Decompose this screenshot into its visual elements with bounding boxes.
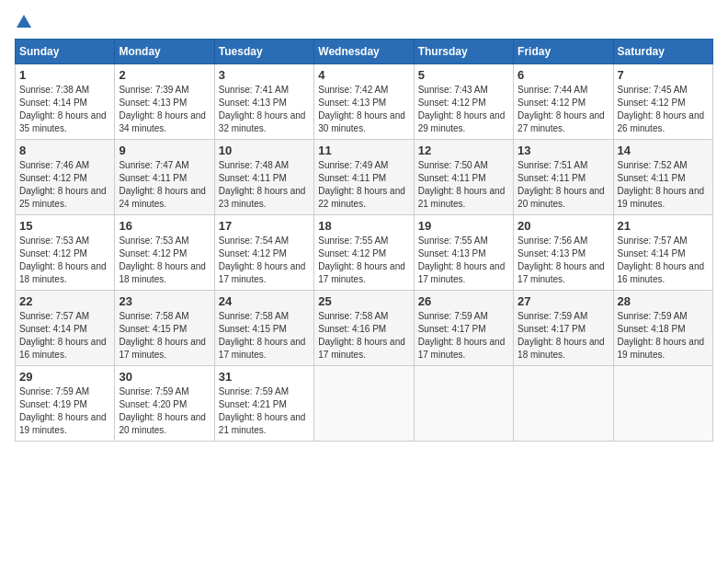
- calendar-cell: 2Sunrise: 7:39 AMSunset: 4:13 PMDaylight…: [115, 64, 214, 140]
- calendar-cell: 8Sunrise: 7:46 AMSunset: 4:12 PMDaylight…: [16, 140, 115, 215]
- calendar-cell: 18Sunrise: 7:55 AMSunset: 4:12 PMDayligh…: [314, 215, 414, 291]
- day-number: 8: [19, 144, 110, 157]
- day-number: 10: [219, 144, 310, 157]
- day-info: Sunrise: 7:42 AMSunset: 4:13 PMDaylight:…: [318, 84, 409, 135]
- day-info: Sunrise: 7:56 AMSunset: 4:13 PMDaylight:…: [518, 235, 609, 286]
- weekday-header-thursday: Thursday: [414, 40, 513, 64]
- day-info: Sunrise: 7:38 AMSunset: 4:14 PMDaylight:…: [19, 84, 110, 135]
- calendar-cell: 16Sunrise: 7:53 AMSunset: 4:12 PMDayligh…: [115, 215, 214, 291]
- logo: [15, 15, 31, 29]
- day-info: Sunrise: 7:47 AMSunset: 4:11 PMDaylight:…: [119, 159, 210, 211]
- calendar-cell: 17Sunrise: 7:54 AMSunset: 4:12 PMDayligh…: [214, 215, 313, 291]
- calendar-cell: 22Sunrise: 7:57 AMSunset: 4:14 PMDayligh…: [16, 291, 115, 366]
- day-info: Sunrise: 7:57 AMSunset: 4:14 PMDaylight:…: [618, 235, 709, 286]
- day-info: Sunrise: 7:59 AMSunset: 4:18 PMDaylight:…: [618, 310, 709, 362]
- day-info: Sunrise: 7:45 AMSunset: 4:12 PMDaylight:…: [618, 84, 709, 135]
- logo-triangle-icon: [17, 15, 31, 28]
- day-info: Sunrise: 7:41 AMSunset: 4:13 PMDaylight:…: [219, 84, 310, 135]
- day-info: Sunrise: 7:50 AMSunset: 4:11 PMDaylight:…: [418, 159, 509, 211]
- day-number: 3: [219, 68, 310, 82]
- calendar-cell: 26Sunrise: 7:59 AMSunset: 4:17 PMDayligh…: [414, 291, 513, 366]
- weekday-header-monday: Monday: [115, 40, 214, 64]
- day-info: Sunrise: 7:54 AMSunset: 4:12 PMDaylight:…: [219, 235, 310, 286]
- calendar-cell: 6Sunrise: 7:44 AMSunset: 4:12 PMDaylight…: [514, 64, 613, 140]
- day-number: 19: [418, 219, 509, 233]
- day-number: 11: [318, 144, 409, 157]
- weekday-header-saturday: Saturday: [613, 40, 712, 64]
- calendar-cell: [414, 366, 513, 442]
- calendar-cell: 30Sunrise: 7:59 AMSunset: 4:20 PMDayligh…: [115, 366, 214, 442]
- calendar-cell: 24Sunrise: 7:58 AMSunset: 4:15 PMDayligh…: [214, 291, 313, 366]
- day-info: Sunrise: 7:46 AMSunset: 4:12 PMDaylight:…: [19, 159, 110, 211]
- day-info: Sunrise: 7:51 AMSunset: 4:11 PMDaylight:…: [518, 159, 609, 211]
- day-number: 14: [618, 144, 709, 157]
- calendar-cell: [613, 366, 712, 442]
- day-number: 5: [418, 68, 509, 82]
- day-info: Sunrise: 7:55 AMSunset: 4:12 PMDaylight:…: [318, 235, 409, 286]
- day-number: 22: [19, 294, 110, 308]
- day-info: Sunrise: 7:59 AMSunset: 4:17 PMDaylight:…: [418, 310, 509, 362]
- day-info: Sunrise: 7:53 AMSunset: 4:12 PMDaylight:…: [19, 235, 110, 286]
- weekday-header-friday: Friday: [514, 40, 613, 64]
- calendar-cell: 19Sunrise: 7:55 AMSunset: 4:13 PMDayligh…: [414, 215, 513, 291]
- calendar-cell: 9Sunrise: 7:47 AMSunset: 4:11 PMDaylight…: [115, 140, 214, 215]
- calendar-cell: 15Sunrise: 7:53 AMSunset: 4:12 PMDayligh…: [16, 215, 115, 291]
- day-number: 4: [318, 68, 409, 82]
- day-info: Sunrise: 7:52 AMSunset: 4:11 PMDaylight:…: [618, 159, 709, 211]
- calendar-cell: 28Sunrise: 7:59 AMSunset: 4:18 PMDayligh…: [613, 291, 712, 366]
- day-info: Sunrise: 7:48 AMSunset: 4:11 PMDaylight:…: [219, 159, 310, 211]
- day-number: 7: [618, 68, 709, 82]
- day-number: 30: [119, 370, 210, 384]
- day-number: 20: [518, 219, 609, 233]
- day-info: Sunrise: 7:58 AMSunset: 4:15 PMDaylight:…: [219, 310, 310, 362]
- calendar-cell: [314, 366, 414, 442]
- day-number: 21: [618, 219, 709, 233]
- day-info: Sunrise: 7:55 AMSunset: 4:13 PMDaylight:…: [418, 235, 509, 286]
- day-number: 1: [19, 68, 110, 82]
- day-info: Sunrise: 7:43 AMSunset: 4:12 PMDaylight:…: [418, 84, 509, 135]
- day-number: 26: [418, 294, 509, 308]
- calendar-cell: 29Sunrise: 7:59 AMSunset: 4:19 PMDayligh…: [16, 366, 115, 442]
- calendar-cell: 13Sunrise: 7:51 AMSunset: 4:11 PMDayligh…: [514, 140, 613, 215]
- day-info: Sunrise: 7:59 AMSunset: 4:19 PMDaylight:…: [19, 385, 110, 437]
- day-number: 27: [518, 294, 609, 308]
- calendar-cell: [514, 366, 613, 442]
- day-info: Sunrise: 7:59 AMSunset: 4:20 PMDaylight:…: [119, 385, 210, 437]
- calendar-cell: 5Sunrise: 7:43 AMSunset: 4:12 PMDaylight…: [414, 64, 513, 140]
- calendar-cell: 4Sunrise: 7:42 AMSunset: 4:13 PMDaylight…: [314, 64, 414, 140]
- day-number: 6: [518, 68, 609, 82]
- calendar-cell: 10Sunrise: 7:48 AMSunset: 4:11 PMDayligh…: [214, 140, 313, 215]
- day-number: 25: [318, 294, 409, 308]
- day-info: Sunrise: 7:58 AMSunset: 4:16 PMDaylight:…: [318, 310, 409, 362]
- calendar-cell: 23Sunrise: 7:58 AMSunset: 4:15 PMDayligh…: [115, 291, 214, 366]
- day-number: 29: [19, 370, 110, 384]
- calendar-cell: 7Sunrise: 7:45 AMSunset: 4:12 PMDaylight…: [613, 64, 712, 140]
- day-info: Sunrise: 7:59 AMSunset: 4:17 PMDaylight:…: [518, 310, 609, 362]
- day-number: 15: [19, 219, 110, 233]
- calendar-table: SundayMondayTuesdayWednesdayThursdayFrid…: [15, 39, 713, 442]
- calendar-cell: 21Sunrise: 7:57 AMSunset: 4:14 PMDayligh…: [613, 215, 712, 291]
- day-number: 31: [219, 370, 310, 384]
- day-number: 12: [418, 144, 509, 157]
- day-info: Sunrise: 7:44 AMSunset: 4:12 PMDaylight:…: [518, 84, 609, 135]
- day-number: 24: [219, 294, 310, 308]
- day-number: 23: [119, 294, 210, 308]
- calendar-cell: 31Sunrise: 7:59 AMSunset: 4:21 PMDayligh…: [214, 366, 313, 442]
- day-info: Sunrise: 7:59 AMSunset: 4:21 PMDaylight:…: [219, 385, 310, 437]
- day-info: Sunrise: 7:53 AMSunset: 4:12 PMDaylight:…: [119, 235, 210, 286]
- weekday-header-sunday: Sunday: [16, 40, 115, 64]
- weekday-header-wednesday: Wednesday: [314, 40, 414, 64]
- day-info: Sunrise: 7:57 AMSunset: 4:14 PMDaylight:…: [19, 310, 110, 362]
- day-number: 17: [219, 219, 310, 233]
- calendar-cell: 27Sunrise: 7:59 AMSunset: 4:17 PMDayligh…: [514, 291, 613, 366]
- calendar-cell: 1Sunrise: 7:38 AMSunset: 4:14 PMDaylight…: [16, 64, 115, 140]
- day-number: 18: [318, 219, 409, 233]
- calendar-cell: 12Sunrise: 7:50 AMSunset: 4:11 PMDayligh…: [414, 140, 513, 215]
- page-header: [15, 15, 713, 29]
- day-info: Sunrise: 7:39 AMSunset: 4:13 PMDaylight:…: [119, 84, 210, 135]
- weekday-header-tuesday: Tuesday: [214, 40, 313, 64]
- day-number: 28: [618, 294, 709, 308]
- calendar-cell: 3Sunrise: 7:41 AMSunset: 4:13 PMDaylight…: [214, 64, 313, 140]
- calendar-cell: 20Sunrise: 7:56 AMSunset: 4:13 PMDayligh…: [514, 215, 613, 291]
- calendar-cell: 11Sunrise: 7:49 AMSunset: 4:11 PMDayligh…: [314, 140, 414, 215]
